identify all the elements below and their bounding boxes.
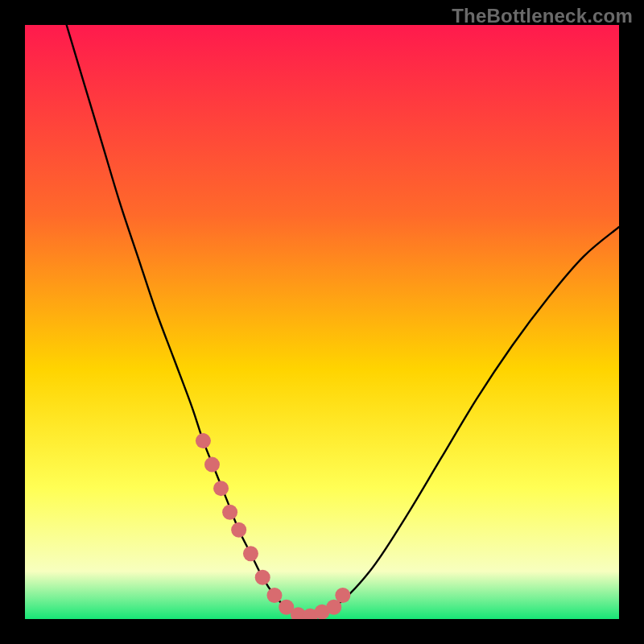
highlight-markers xyxy=(196,433,350,619)
watermark-text: TheBottleneck.com xyxy=(452,5,633,27)
curve-layer xyxy=(25,25,619,619)
bottleneck-curve xyxy=(67,25,619,616)
chart-frame: TheBottleneck.com xyxy=(0,0,644,644)
marker-dot xyxy=(204,457,220,473)
marker-dot xyxy=(255,570,270,585)
plot-area xyxy=(25,25,619,619)
marker-dot xyxy=(222,505,237,520)
marker-dot xyxy=(213,481,229,496)
marker-dot xyxy=(243,546,258,561)
marker-dot xyxy=(231,522,246,538)
marker-dot xyxy=(266,588,282,603)
marker-dot xyxy=(196,433,211,448)
marker-dot xyxy=(335,588,350,603)
